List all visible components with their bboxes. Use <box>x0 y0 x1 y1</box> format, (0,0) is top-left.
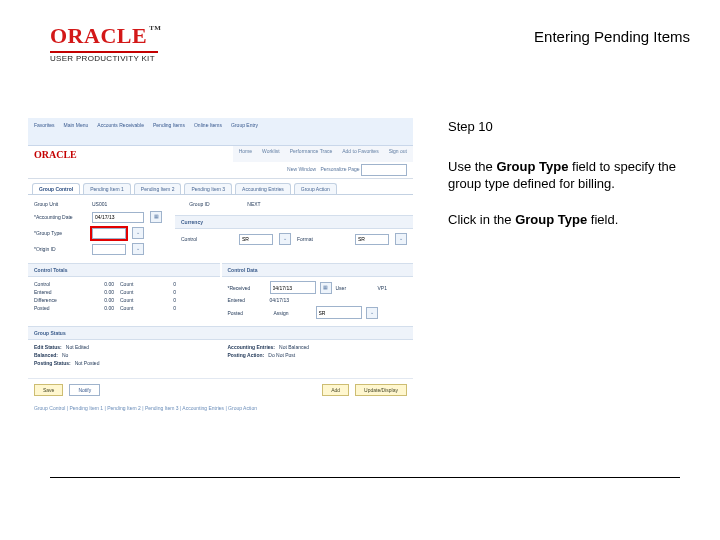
notify-button[interactable]: Notify <box>69 384 100 396</box>
calendar-icon[interactable]: ▦ <box>320 282 332 294</box>
subnav-item[interactable]: Add to Favorites <box>342 148 378 160</box>
app-breadcrumb: Favorites Main Menu Accounts Receivable … <box>28 118 413 146</box>
subnav-item[interactable]: Home <box>239 148 252 160</box>
user-value: VP1 <box>378 285 387 291</box>
crumb-item[interactable]: Online Items <box>194 122 222 141</box>
tab-pending-item-2[interactable]: Pending Item 2 <box>134 183 182 194</box>
received-input[interactable] <box>270 281 316 294</box>
subnav-item[interactable]: Sign out <box>389 148 407 160</box>
instruction-line-2: Click in the Group Type field. <box>448 211 692 229</box>
subnav-item[interactable]: Performance Trace <box>290 148 333 160</box>
received-label: *Received <box>228 285 266 291</box>
update-display-button[interactable]: Update/Display <box>355 384 407 396</box>
instruction-line-1: Use the Group Type field to specify the … <box>448 158 692 193</box>
entered-value: 04/17/13 <box>270 297 289 303</box>
currency-control-label: Control <box>181 236 233 242</box>
origin-id-input[interactable] <box>92 244 126 255</box>
lookup-icon[interactable]: ⌄ <box>279 233 291 245</box>
balanced-value: No <box>62 352 68 358</box>
accounting-date-input[interactable] <box>92 212 144 223</box>
calendar-icon[interactable]: ▦ <box>150 211 162 223</box>
table-row: Entered0.00Count0 <box>34 289 214 295</box>
group-id-label: Group ID <box>189 201 241 207</box>
tab-group-control[interactable]: Group Control <box>32 183 80 194</box>
tab-group-action[interactable]: Group Action <box>294 183 337 194</box>
assign-label: Assign <box>274 310 312 316</box>
brand-rule <box>50 51 158 53</box>
tab-accounting-entries[interactable]: Accounting Entries <box>235 183 291 194</box>
group-status-header: Group Status <box>28 326 413 340</box>
crumb-item[interactable]: Group Entry <box>231 122 258 141</box>
bottom-tab-links[interactable]: Group Control | Pending Item 1 | Pending… <box>28 401 413 415</box>
lookup-icon[interactable]: ⌄ <box>366 307 378 319</box>
new-window-link[interactable]: New Window <box>287 166 316 172</box>
group-unit-label: Group Unit <box>34 201 86 207</box>
posting-status-label: Posting Status: <box>34 360 71 366</box>
group-id-value: NEXT <box>247 201 260 207</box>
group-type-input[interactable] <box>92 228 126 239</box>
control-totals-header: Control Totals <box>28 263 220 277</box>
assign-input[interactable] <box>316 306 362 319</box>
currency-format-input[interactable] <box>355 234 389 245</box>
posting-status-value: Not Posted <box>75 360 100 366</box>
step-label: Step 10 <box>448 118 692 136</box>
tab-pending-item-1[interactable]: Pending Item 1 <box>83 183 131 194</box>
personalize-link[interactable]: Personalize Page <box>320 166 359 172</box>
currency-format-label: Format <box>297 236 349 242</box>
entered-label: Entered <box>228 297 266 303</box>
posting-action-label: Posting Action: <box>228 352 265 358</box>
origin-id-label: *Origin ID <box>34 246 86 252</box>
page-tabs: Group Control Pending Item 1 Pending Ite… <box>28 179 413 194</box>
control-data-header: Control Data <box>222 263 414 277</box>
currency-section-header: Currency <box>175 215 413 229</box>
table-row: Posted0.00Count0 <box>34 305 214 311</box>
trademark: TM <box>149 25 161 32</box>
subnav-item[interactable]: Worklist <box>262 148 280 160</box>
crumb-item[interactable]: Main Menu <box>64 122 89 141</box>
posting-action-value: Do Not Post <box>268 352 295 358</box>
edit-status-label: Edit Status: <box>34 344 62 350</box>
brand-logo: ORACLE TM USER PRODUCTIVITY KIT <box>50 24 161 63</box>
table-row: Control0.00Count0 <box>34 281 214 287</box>
currency-control-input[interactable] <box>239 234 273 245</box>
table-row: Difference0.00Count0 <box>34 297 214 303</box>
edit-status-value: Not Edited <box>66 344 89 350</box>
lookup-icon[interactable]: ⌄ <box>132 227 144 239</box>
screenshot-thumbnail: Favorites Main Menu Accounts Receivable … <box>28 118 413 415</box>
acct-entries-value: Not Balanced <box>279 344 309 350</box>
group-type-label: *Group Type <box>34 230 86 236</box>
brand-text: ORACLE <box>50 24 147 47</box>
footer-rule <box>50 477 680 478</box>
crumb-item[interactable]: Accounts Receivable <box>97 122 144 141</box>
lookup-icon[interactable]: ⌄ <box>132 243 144 255</box>
balanced-label: Balanced: <box>34 352 58 358</box>
save-button[interactable]: Save <box>34 384 63 396</box>
crumb-item[interactable]: Pending Items <box>153 122 185 141</box>
app-logo: ORACLE <box>28 147 83 162</box>
group-unit-value: US001 <box>92 201 107 207</box>
control-totals-grid: Control0.00Count0 Entered0.00Count0 Diff… <box>34 281 214 311</box>
lookup-icon[interactable]: ⌄ <box>395 233 407 245</box>
posted-label: Posted <box>228 310 266 316</box>
instructions-panel: Step 10 Use the Group Type field to spec… <box>448 118 692 228</box>
user-label: User <box>336 285 374 291</box>
quick-search-input[interactable] <box>361 164 407 176</box>
tab-pending-item-3[interactable]: Pending Item 3 <box>184 183 232 194</box>
page-title: Entering Pending Items <box>534 24 690 45</box>
crumb-item[interactable]: Favorites <box>34 122 55 141</box>
product-line: USER PRODUCTIVITY KIT <box>50 55 161 63</box>
acct-entries-label: Accounting Entries: <box>228 344 276 350</box>
add-button[interactable]: Add <box>322 384 349 396</box>
accounting-date-label: *Accounting Date <box>34 214 86 220</box>
